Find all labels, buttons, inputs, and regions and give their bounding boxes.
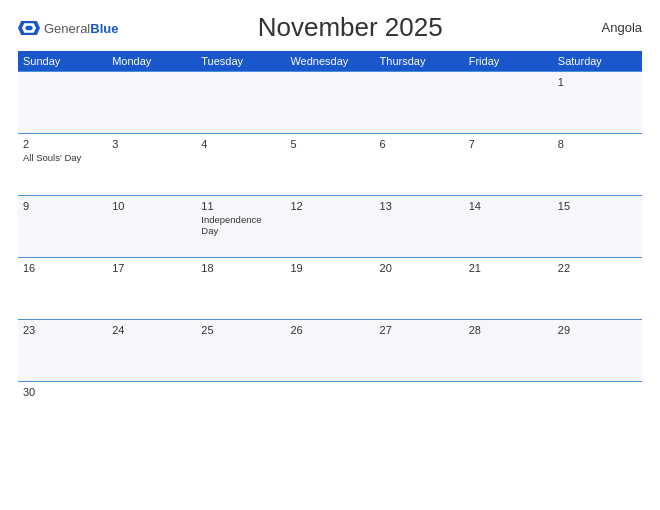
day-number: 6	[380, 138, 459, 150]
day-number: 22	[558, 262, 637, 274]
calendar-cell	[375, 382, 464, 444]
day-number: 7	[469, 138, 548, 150]
day-number: 29	[558, 324, 637, 336]
calendar-cell: 19	[285, 258, 374, 320]
day-number: 11	[201, 200, 280, 212]
calendar-cell: 7	[464, 134, 553, 196]
col-saturday: Saturday	[553, 51, 642, 72]
svg-marker-2	[25, 25, 33, 30]
logo-text: GeneralBlue	[44, 19, 118, 37]
country-label: Angola	[582, 20, 642, 35]
calendar-page: GeneralBlue November 2025 Angola Sunday …	[0, 0, 660, 510]
day-number: 3	[112, 138, 191, 150]
logo-blue: Blue	[90, 21, 118, 36]
day-number: 8	[558, 138, 637, 150]
day-number: 30	[23, 386, 102, 398]
day-number: 19	[290, 262, 369, 274]
calendar-cell: 25	[196, 320, 285, 382]
calendar-cell	[285, 72, 374, 134]
calendar-cell: 21	[464, 258, 553, 320]
calendar-week-row: 1	[18, 72, 642, 134]
calendar-cell	[196, 72, 285, 134]
logo-general: General	[44, 21, 90, 36]
day-number: 15	[558, 200, 637, 212]
calendar-title: November 2025	[118, 12, 582, 43]
day-number: 25	[201, 324, 280, 336]
day-number: 27	[380, 324, 459, 336]
calendar-cell: 5	[285, 134, 374, 196]
calendar-cell: 4	[196, 134, 285, 196]
calendar-cell: 1	[553, 72, 642, 134]
col-monday: Monday	[107, 51, 196, 72]
calendar-cell	[375, 72, 464, 134]
holiday-label: All Souls' Day	[23, 152, 102, 163]
day-number: 17	[112, 262, 191, 274]
logo-icon	[18, 19, 40, 37]
calendar-cell: 3	[107, 134, 196, 196]
col-sunday: Sunday	[18, 51, 107, 72]
day-number: 21	[469, 262, 548, 274]
logo: GeneralBlue	[18, 19, 118, 37]
day-number: 23	[23, 324, 102, 336]
day-number: 9	[23, 200, 102, 212]
calendar-cell: 16	[18, 258, 107, 320]
holiday-label: Independence Day	[201, 214, 280, 236]
header: GeneralBlue November 2025 Angola	[18, 12, 642, 43]
calendar-cell: 6	[375, 134, 464, 196]
calendar-cell: 13	[375, 196, 464, 258]
calendar-cell: 22	[553, 258, 642, 320]
col-thursday: Thursday	[375, 51, 464, 72]
calendar-cell	[285, 382, 374, 444]
day-number: 13	[380, 200, 459, 212]
col-friday: Friday	[464, 51, 553, 72]
calendar-week-row: 23242526272829	[18, 320, 642, 382]
day-number: 4	[201, 138, 280, 150]
day-number: 12	[290, 200, 369, 212]
calendar-cell: 14	[464, 196, 553, 258]
calendar-cell: 28	[464, 320, 553, 382]
calendar-cell	[553, 382, 642, 444]
day-number: 14	[469, 200, 548, 212]
calendar-cell: 27	[375, 320, 464, 382]
calendar-cell	[464, 382, 553, 444]
calendar-cell: 26	[285, 320, 374, 382]
calendar-cell	[107, 72, 196, 134]
calendar-cell: 2All Souls' Day	[18, 134, 107, 196]
calendar-week-row: 30	[18, 382, 642, 444]
col-tuesday: Tuesday	[196, 51, 285, 72]
calendar-cell: 12	[285, 196, 374, 258]
day-number: 20	[380, 262, 459, 274]
day-number: 1	[558, 76, 637, 88]
calendar-cell: 9	[18, 196, 107, 258]
day-number: 2	[23, 138, 102, 150]
calendar-week-row: 2All Souls' Day345678	[18, 134, 642, 196]
calendar-cell: 17	[107, 258, 196, 320]
calendar-cell: 20	[375, 258, 464, 320]
col-wednesday: Wednesday	[285, 51, 374, 72]
calendar-cell: 8	[553, 134, 642, 196]
calendar-week-row: 91011Independence Day12131415	[18, 196, 642, 258]
calendar-cell: 11Independence Day	[196, 196, 285, 258]
calendar-cell: 29	[553, 320, 642, 382]
calendar-table: Sunday Monday Tuesday Wednesday Thursday…	[18, 51, 642, 444]
weekday-header-row: Sunday Monday Tuesday Wednesday Thursday…	[18, 51, 642, 72]
day-number: 5	[290, 138, 369, 150]
calendar-cell: 24	[107, 320, 196, 382]
calendar-cell: 30	[18, 382, 107, 444]
calendar-cell: 18	[196, 258, 285, 320]
day-number: 16	[23, 262, 102, 274]
calendar-cell	[18, 72, 107, 134]
day-number: 24	[112, 324, 191, 336]
calendar-cell: 10	[107, 196, 196, 258]
calendar-week-row: 16171819202122	[18, 258, 642, 320]
calendar-cell: 15	[553, 196, 642, 258]
day-number: 10	[112, 200, 191, 212]
calendar-cell	[464, 72, 553, 134]
day-number: 18	[201, 262, 280, 274]
day-number: 28	[469, 324, 548, 336]
calendar-cell: 23	[18, 320, 107, 382]
calendar-cell	[107, 382, 196, 444]
calendar-cell	[196, 382, 285, 444]
day-number: 26	[290, 324, 369, 336]
